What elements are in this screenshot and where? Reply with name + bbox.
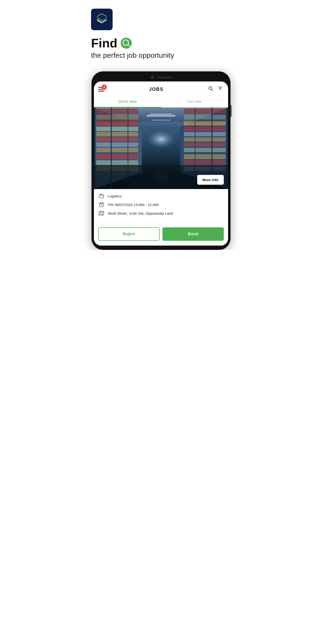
svg-rect-21 [96,142,138,147]
job-detail-row-location: Work Street, 1234 Job, Opportunity Land [98,210,224,216]
phone-outer: 2 JOBS [92,72,230,250]
svg-rect-33 [184,127,226,131]
svg-rect-24 [96,160,138,165]
svg-rect-23 [96,154,138,159]
svg-rect-37 [184,148,226,152]
svg-rect-22 [96,148,138,152]
job-datetime-text: FRI 26/07/2020 13:00h - 21:00h [108,203,159,207]
more-info-button[interactable]: More info [197,175,224,185]
phone-top-bar [94,76,228,79]
svg-rect-20 [96,137,138,142]
briefcase-icon [98,193,104,199]
phone-camera [151,76,154,79]
job-detail-row-category: Logistics [98,193,224,199]
filter-icon-btn[interactable] [218,86,223,92]
job-details: Logistics FRI 26/07/2020 13:00h - 21:00h [94,189,228,224]
tab-quick-view[interactable]: Quick view [94,96,161,107]
svg-rect-36 [184,142,226,147]
phone-speaker [157,77,171,78]
find-row: Find [91,37,231,49]
svg-point-64 [101,205,102,205]
bottom-actions: Reject Enrol [94,224,228,246]
svg-rect-57 [99,195,104,198]
enrol-button[interactable]: Enrol [162,227,224,241]
app-title: JOBS [149,86,164,92]
svg-marker-0 [97,13,106,17]
svg-rect-34 [184,132,226,136]
job-image: More info [94,108,228,189]
header-section: Find the perfect job opportunity [80,0,242,72]
search-icon-btn[interactable] [208,86,213,92]
app-topbar: 2 JOBS [94,82,228,96]
menu-button-container[interactable]: 2 [98,87,104,92]
notification-badge: 2 [102,84,107,90]
subtitle: the perfect job opportunity [91,51,231,60]
svg-rect-19 [96,132,138,136]
job-location-text: Work Street, 1234 Job, Opportunity Land [108,211,173,216]
tab-list-view[interactable]: List view [161,96,228,107]
app-tabs: Quick view List view [94,96,228,108]
svg-rect-56 [94,108,228,122]
calendar-icon [98,202,104,208]
search-icon [121,38,132,49]
app-logo [91,8,112,30]
job-category-text: Logistics [108,194,122,198]
svg-marker-65 [99,211,104,216]
svg-rect-38 [184,154,226,159]
phone-mockup: 2 JOBS [80,72,242,250]
svg-rect-39 [184,160,226,165]
phone-power-button [230,105,232,117]
phone-screen: 2 JOBS [94,82,228,246]
svg-rect-18 [96,127,138,131]
reject-button[interactable]: Reject [98,227,160,241]
find-title: Find [91,37,118,49]
job-detail-row-datetime: FRI 26/07/2020 13:00h - 21:00h [98,202,224,208]
svg-rect-35 [184,137,226,142]
topbar-icons [208,86,223,92]
map-icon [98,210,104,216]
svg-line-7 [212,89,213,90]
